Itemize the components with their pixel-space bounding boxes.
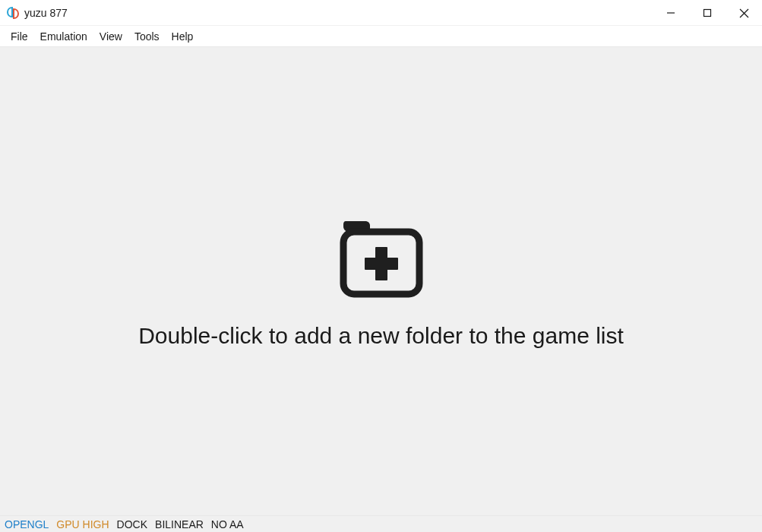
window-title: yuzu 877 bbox=[24, 7, 68, 19]
menu-tools[interactable]: Tools bbox=[128, 28, 166, 45]
menu-emulation[interactable]: Emulation bbox=[34, 28, 93, 45]
minimize-button[interactable] bbox=[653, 0, 689, 26]
game-list-area[interactable]: Double-click to add a new folder to the … bbox=[0, 47, 762, 515]
menu-file[interactable]: File bbox=[5, 28, 34, 45]
menu-view[interactable]: View bbox=[93, 28, 128, 45]
svg-rect-1 bbox=[704, 10, 711, 17]
close-button[interactable] bbox=[726, 0, 762, 26]
titlebar-left: yuzu 877 bbox=[6, 6, 68, 20]
status-dock-mode[interactable]: DOCK bbox=[117, 518, 147, 530]
status-antialiasing[interactable]: NO AA bbox=[211, 518, 244, 530]
app-icon bbox=[6, 6, 20, 20]
maximize-button[interactable] bbox=[689, 0, 726, 26]
svg-rect-6 bbox=[365, 258, 398, 270]
status-scaling-filter[interactable]: BILINEAR bbox=[155, 518, 204, 530]
add-folder-text: Double-click to add a new folder to the … bbox=[138, 323, 624, 349]
menu-help[interactable]: Help bbox=[166, 28, 200, 45]
titlebar: yuzu 877 bbox=[0, 0, 762, 26]
add-folder-icon bbox=[332, 214, 431, 305]
menubar: File Emulation View Tools Help bbox=[0, 26, 762, 47]
window-controls bbox=[653, 0, 762, 25]
statusbar: OPENGL GPU HIGH DOCK BILINEAR NO AA bbox=[0, 515, 762, 532]
status-renderer[interactable]: OPENGL bbox=[5, 518, 49, 530]
status-gpu-accuracy[interactable]: GPU HIGH bbox=[56, 518, 109, 530]
